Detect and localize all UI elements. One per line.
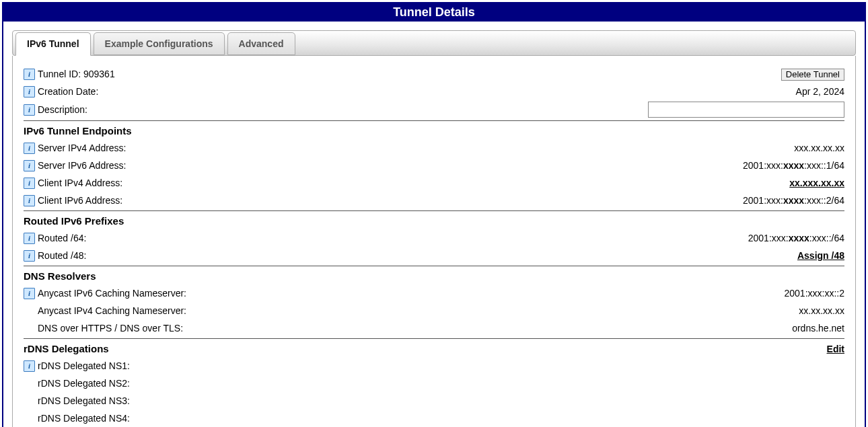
tab-example-configurations[interactable]: Example Configurations	[94, 32, 225, 55]
info-icon[interactable]: i	[24, 250, 35, 262]
row-client-ipv6: i Client IPv6 Address: 2001:xxx:xxxx:xxx…	[24, 192, 844, 209]
doh-value: ordns.he.net	[792, 321, 844, 336]
section-title-routed: Routed IPv6 Prefixes	[24, 212, 844, 229]
description-label: Description:	[38, 102, 87, 117]
section-title-rdns: rDNS Delegations	[24, 340, 109, 357]
row-rdns-ns4: rDNS Delegated NS4:	[24, 410, 844, 427]
server-ipv6-value: 2001:xxx:xxxx:xxx::1/64	[743, 158, 844, 173]
row-doh: DNS over HTTPS / DNS over TLS: ordns.he.…	[24, 319, 844, 337]
section-title-endpoints: IPv6 Tunnel Endpoints	[24, 122, 844, 139]
row-tunnel-id: i Tunnel ID: 909361 Delete Tunnel	[24, 65, 844, 83]
info-icon[interactable]: i	[24, 233, 35, 244]
client-ipv6-value: 2001:xxx:xxxx:xxx::2/64	[743, 193, 844, 208]
info-icon[interactable]: i	[24, 69, 35, 80]
row-server-ipv4: i Server IPv4 Address: xxx.xx.xx.xx	[24, 139, 844, 157]
row-rdns-ns3: rDNS Delegated NS3:	[24, 392, 844, 410]
info-icon[interactable]: i	[24, 160, 35, 171]
row-creation-date: i Creation Date: Apr 2, 2024	[24, 83, 844, 100]
section-title-dns: DNS Resolvers	[24, 268, 844, 284]
anycast-v6-value: 2001:xxx:xx::2	[785, 286, 845, 301]
server-ipv4-value: xxx.xx.xx.xx	[794, 141, 844, 155]
row-routed-48: i Routed /48: Assign /48	[24, 247, 844, 264]
tunnel-details-panel: Tunnel Details IPv6 Tunnel Example Confi…	[2, 2, 866, 427]
info-icon[interactable]: i	[24, 143, 35, 154]
tab-ipv6-tunnel[interactable]: IPv6 Tunnel	[15, 32, 91, 56]
info-icon[interactable]: i	[24, 195, 35, 206]
client-ipv4-label: Client IPv4 Address:	[38, 176, 122, 190]
description-input[interactable]	[648, 102, 844, 118]
routed-64-label: Routed /64:	[38, 231, 86, 245]
info-icon[interactable]: i	[24, 178, 35, 189]
rdns-ns2-label: rDNS Delegated NS2:	[38, 376, 130, 391]
delete-tunnel-button[interactable]: Delete Tunnel	[781, 69, 844, 81]
client-ipv6-label: Client IPv6 Address:	[38, 193, 122, 208]
anycast-v6-label: Anycast IPv6 Caching Nameserver:	[38, 286, 186, 301]
panel-body: IPv6 Tunnel Example Configurations Advan…	[3, 22, 865, 427]
rdns-ns3-label: rDNS Delegated NS3:	[38, 393, 130, 408]
server-ipv4-label: Server IPv4 Address:	[38, 141, 126, 155]
row-rdns-ns1: i rDNS Delegated NS1:	[24, 357, 844, 375]
tab-content: i Tunnel ID: 909361 Delete Tunnel i Crea…	[12, 56, 856, 427]
row-client-ipv4: i Client IPv4 Address: xx.xxx.xx.xx	[24, 174, 844, 192]
doh-label: DNS over HTTPS / DNS over TLS:	[38, 321, 183, 336]
info-icon[interactable]: i	[24, 104, 35, 116]
creation-date-value: Apr 2, 2024	[796, 84, 844, 99]
rdns-ns4-label: rDNS Delegated NS4:	[38, 411, 130, 426]
info-icon[interactable]: i	[24, 86, 35, 98]
assign-48-link[interactable]: Assign /48	[797, 250, 844, 261]
tab-bar: IPv6 Tunnel Example Configurations Advan…	[12, 30, 856, 56]
rdns-ns1-label: rDNS Delegated NS1:	[38, 358, 130, 373]
routed-64-value: 2001:xxx:xxxx:xxx::/64	[748, 231, 844, 245]
panel-title: Tunnel Details	[3, 3, 865, 22]
row-server-ipv6: i Server IPv6 Address: 2001:xxx:xxxx:xxx…	[24, 157, 844, 174]
rdns-edit-link[interactable]: Edit	[827, 344, 844, 354]
row-routed-64: i Routed /64: 2001:xxx:xxxx:xxx::/64	[24, 229, 844, 247]
row-anycast-v4: Anycast IPv4 Caching Nameserver: xx.xx.x…	[24, 302, 844, 319]
row-rdns-ns2: rDNS Delegated NS2:	[24, 375, 844, 392]
anycast-v4-value: xx.xx.xx.xx	[799, 303, 844, 318]
server-ipv6-label: Server IPv6 Address:	[38, 158, 126, 173]
tab-advanced[interactable]: Advanced	[227, 32, 295, 55]
info-icon[interactable]: i	[24, 360, 35, 372]
creation-date-label: Creation Date:	[38, 84, 98, 99]
anycast-v4-label: Anycast IPv4 Caching Nameserver:	[38, 303, 186, 318]
routed-48-label: Routed /48:	[38, 248, 86, 263]
row-description: i Description:	[24, 100, 844, 119]
tunnel-id-label: Tunnel ID: 909361	[38, 67, 115, 81]
info-icon[interactable]: i	[24, 288, 35, 299]
row-anycast-v6: i Anycast IPv6 Caching Nameserver: 2001:…	[24, 284, 844, 302]
client-ipv4-link[interactable]: xx.xxx.xx.xx	[789, 178, 844, 188]
